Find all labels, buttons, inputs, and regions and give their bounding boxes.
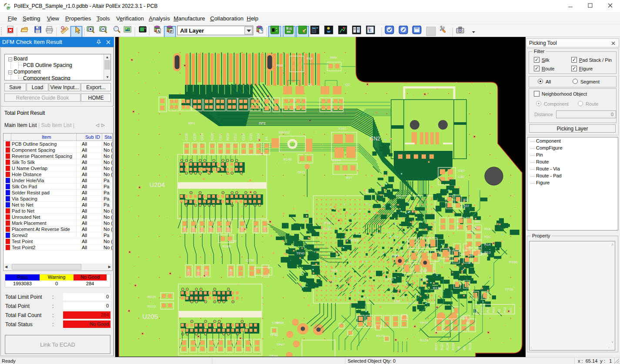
svg-text:U204: U204 xyxy=(149,181,165,188)
svg-text:FL4: FL4 xyxy=(307,57,313,60)
svg-text:C225: C225 xyxy=(193,133,196,140)
svg-text:TP78: TP78 xyxy=(505,287,513,291)
svg-text:TP8: TP8 xyxy=(331,269,338,273)
svg-text:C227: C227 xyxy=(218,226,221,234)
svg-text:P: P xyxy=(170,29,173,33)
svg-text:R82: R82 xyxy=(492,307,495,313)
svg-text:R121: R121 xyxy=(440,343,443,350)
svg-text:R172: R172 xyxy=(376,334,385,338)
svg-text:C228: C228 xyxy=(183,226,186,234)
svg-text:C68: C68 xyxy=(394,299,400,303)
svg-text:RP1: RP1 xyxy=(188,121,195,125)
svg-text:C104: C104 xyxy=(332,158,341,162)
svg-text:R231: R231 xyxy=(201,226,204,234)
svg-text:R225: R225 xyxy=(209,226,212,234)
svg-text:R12: R12 xyxy=(503,307,506,313)
svg-text:R138: R138 xyxy=(446,343,449,350)
svg-text:R21: R21 xyxy=(463,198,469,201)
svg-text:R32: R32 xyxy=(475,226,480,229)
svg-text:C224: C224 xyxy=(257,133,260,140)
svg-text:C231: C231 xyxy=(241,226,244,234)
svg-text:SW102: SW102 xyxy=(278,130,290,134)
svg-text:A: A xyxy=(157,29,160,33)
svg-text:R11: R11 xyxy=(509,307,512,313)
svg-text:RP2: RP2 xyxy=(259,121,266,125)
svg-text:C230: C230 xyxy=(192,226,195,234)
svg-text:E: E xyxy=(369,28,372,33)
svg-text:C238: C238 xyxy=(229,269,232,276)
svg-text:R8: R8 xyxy=(475,309,478,313)
svg-text:C223: C223 xyxy=(249,133,252,140)
svg-text:C236: C236 xyxy=(246,258,255,262)
svg-text:C226: C226 xyxy=(185,133,188,140)
svg-text:R22: R22 xyxy=(463,204,469,207)
svg-text:C233: C233 xyxy=(263,226,266,234)
svg-text:R136: R136 xyxy=(433,286,442,290)
svg-text:R133: R133 xyxy=(469,343,472,350)
svg-text:R15: R15 xyxy=(484,235,491,239)
svg-text:TP21: TP21 xyxy=(297,170,306,174)
svg-text:P: P xyxy=(7,7,10,10)
svg-text:R14: R14 xyxy=(484,243,491,247)
svg-text:R10: R10 xyxy=(481,253,486,256)
svg-text:R216: R216 xyxy=(350,238,359,242)
svg-text:R223: R223 xyxy=(226,133,229,140)
svg-text:TP40: TP40 xyxy=(296,251,305,255)
svg-text:R31: R31 xyxy=(475,220,480,223)
svg-text:R148: R148 xyxy=(283,157,292,161)
svg-text:Q1: Q1 xyxy=(308,83,312,87)
svg-text:R220: R220 xyxy=(211,133,214,140)
svg-text:C83: C83 xyxy=(458,169,465,173)
svg-text:FL2: FL2 xyxy=(486,307,489,313)
svg-text:C211: C211 xyxy=(234,134,237,140)
svg-text:TP47: TP47 xyxy=(276,343,285,347)
svg-text:C221: C221 xyxy=(219,133,222,140)
svg-text:TP44: TP44 xyxy=(269,354,278,357)
svg-text:X101: X101 xyxy=(338,127,346,130)
svg-text:R37: R37 xyxy=(346,176,352,180)
svg-text:Q146: Q146 xyxy=(392,254,399,257)
svg-text:R299: R299 xyxy=(222,244,231,248)
svg-text:Q158: Q158 xyxy=(420,269,427,273)
svg-text:C232: C232 xyxy=(255,226,258,234)
svg-text:R224: R224 xyxy=(147,295,156,299)
svg-text:C247: C247 xyxy=(272,321,281,325)
svg-text:C239: C239 xyxy=(205,269,208,276)
svg-text:C105: C105 xyxy=(420,277,429,281)
svg-text:X4: X4 xyxy=(265,137,268,140)
svg-text:R223: R223 xyxy=(147,304,156,308)
svg-text:C82: C82 xyxy=(458,175,465,179)
svg-text:Q2: Q2 xyxy=(345,83,350,87)
svg-text:R2: R2 xyxy=(498,309,501,313)
svg-text:C237: C237 xyxy=(228,239,237,243)
svg-text:R99: R99 xyxy=(330,56,337,60)
svg-text:C222: C222 xyxy=(242,133,245,140)
svg-text:R16: R16 xyxy=(484,227,491,231)
svg-text:R124: R124 xyxy=(420,338,429,342)
svg-text:R132: R132 xyxy=(452,343,455,350)
svg-text:TP73: TP73 xyxy=(385,277,394,281)
svg-text:C240: C240 xyxy=(197,269,200,276)
svg-text:R156: R156 xyxy=(509,260,518,264)
svg-text:C224: C224 xyxy=(201,133,204,140)
svg-text:C234: C234 xyxy=(187,269,190,276)
svg-text:R227: R227 xyxy=(324,221,333,225)
svg-text:R98: R98 xyxy=(276,63,283,67)
svg-text:R6: R6 xyxy=(457,346,460,350)
svg-text:R157: R157 xyxy=(435,343,438,350)
svg-text:U205: U205 xyxy=(142,313,158,320)
svg-text:C217: C217 xyxy=(323,227,332,231)
svg-text:R5: R5 xyxy=(463,346,466,350)
svg-text:C229: C229 xyxy=(227,226,230,234)
